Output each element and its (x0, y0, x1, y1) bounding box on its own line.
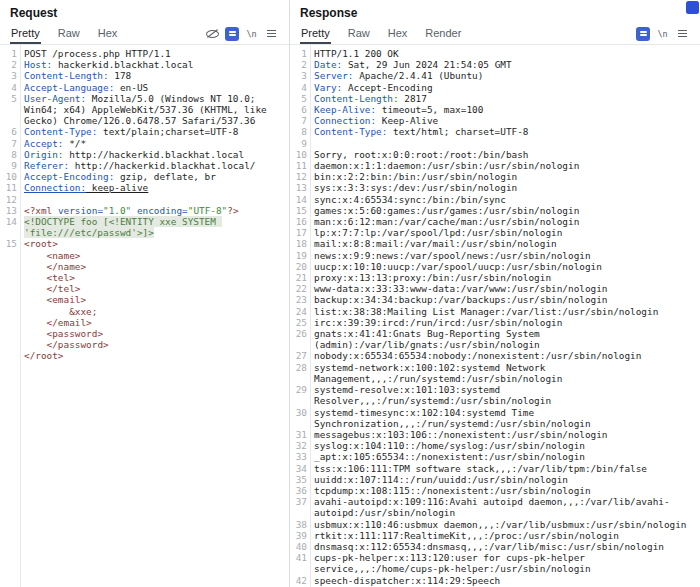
response-title: Response (300, 7, 690, 19)
line-number: 35 (290, 474, 307, 485)
line-number: 12 (290, 171, 307, 182)
code-line: </email> (0, 317, 289, 328)
code-line: 12bin:x:2:2:bin:/bin:/usr/sbin/nologin (290, 171, 700, 182)
line-content: _apt:x:105:65534::/nonexistent:/usr/sbin… (307, 451, 700, 462)
code-line: 36tcpdump:x:108:115::/nonexistent:/usr/s… (290, 485, 700, 496)
line-content: <name> (17, 250, 289, 261)
line-number: 17 (290, 227, 307, 238)
code-line: 10Sorry, root:x:0:0:root:/root:/bin/bash (290, 149, 700, 160)
line-content: <password> (17, 328, 289, 339)
code-line: 7Accept: */* (0, 138, 289, 149)
code-line: 13sys:x:3:3:sys:/dev:/usr/sbin/nologin (290, 182, 700, 193)
line-number: 7 (0, 138, 17, 149)
line-number: 34 (290, 463, 307, 474)
line-content: list:x:38:38:Mailing List Manager:/var/l… (307, 306, 700, 317)
line-content: usbmux:x:110:46:usbmux daemon,,,:/var/li… (307, 519, 700, 530)
code-line: 32syslog:x:104:110::/home/syslog:/usr/sb… (290, 440, 700, 451)
line-content: Accept-Language: en-US (17, 82, 289, 93)
line-content: POST /process.php HTTP/1.1 (17, 48, 289, 59)
code-line: 33_apt:x:105:65534::/nonexistent:/usr/sb… (290, 451, 700, 462)
code-line: 18mail:x:8:8:mail:/var/mail:/usr/sbin/no… (290, 238, 700, 249)
line-number: 23 (290, 294, 307, 305)
line-number: 26 (290, 328, 307, 339)
line-number: 41 (290, 552, 307, 563)
line-content: man:x:6:12:man:/var/cache/man:/usr/sbin/… (307, 216, 700, 227)
code-line: 10Accept-Encoding: gzip, deflate, br (0, 171, 289, 182)
tab-raw[interactable]: Raw (57, 24, 81, 44)
code-line: 11Connection: keep-alive (0, 182, 289, 193)
line-content: Content-Type: text/html; charset=UTF-8 (307, 126, 700, 137)
line-number: 28 (290, 362, 307, 373)
code-line: </tel> (0, 283, 289, 294)
tab-render[interactable]: Render (424, 24, 462, 44)
line-number: 29 (290, 384, 307, 395)
code-line: 1HTTP/1.1 200 OK (290, 48, 700, 59)
code-line: 6Content-Type: text/plain;charset=UTF-8 (0, 126, 289, 137)
response-toolbar: \n (636, 26, 690, 44)
line-content: sync:x:4:65534:sync:/bin:/bin/sync (307, 194, 700, 205)
code-line: 3Content-Length: 178 (0, 70, 289, 81)
tab-pretty[interactable]: Pretty (300, 24, 331, 44)
tab-raw[interactable]: Raw (347, 24, 371, 44)
highlight-toggle-icon[interactable] (636, 27, 650, 41)
line-number: 9 (0, 160, 17, 171)
code-line: 5Content-Length: 2817 (290, 93, 700, 104)
line-content: www-data:x:33:33:www-data:/var/www:/usr/… (307, 283, 700, 294)
line-content: dnsmasq:x:112:65534:dnsmasq,,,:/var/lib/… (307, 541, 700, 552)
tab-pretty[interactable]: Pretty (10, 24, 41, 44)
code-line: </name> (0, 261, 289, 272)
response-tabbar: PrettyRawHexRender \n (290, 22, 700, 45)
line-number: 7 (290, 115, 307, 126)
line-content: avahi-autoipd:x:109:116:Avahi autoipd da… (307, 496, 700, 518)
line-content: Sorry, root:x:0:0:root:/root:/bin/bash (307, 149, 700, 160)
line-number: 25 (290, 317, 307, 328)
code-line: 26gnats:x:41:41:Gnats Bug-Reporting Syst… (290, 328, 700, 350)
code-line: 16man:x:6:12:man:/var/cache/man:/usr/sbi… (290, 216, 700, 227)
line-content: syslog:x:104:110::/home/syslog:/usr/sbin… (307, 440, 700, 451)
code-line: 24list:x:38:38:Mailing List Manager:/var… (290, 306, 700, 317)
line-number: 42 (290, 575, 307, 586)
code-line: 5User-Agent: Mozilla/5.0 (Windows NT 10.… (0, 93, 289, 127)
code-line: <tel> (0, 272, 289, 283)
line-content: Accept-Encoding: gzip, deflate, br (17, 171, 289, 182)
corner-app-icon[interactable] (686, 1, 699, 14)
code-line: <name> (0, 250, 289, 261)
line-number: 40 (290, 541, 307, 552)
line-number: 10 (0, 171, 17, 182)
code-line: 9Referer: http://hackerkid.blackhat.loca… (0, 160, 289, 171)
tab-hex[interactable]: Hex (387, 24, 409, 44)
line-number: 38 (290, 519, 307, 530)
response-editor[interactable]: 1HTTP/1.1 200 OK2Date: Sat, 29 Jun 2024 … (290, 45, 700, 587)
wrap-lines-icon[interactable] (675, 26, 690, 41)
code-line: 9 (290, 138, 700, 149)
line-content: backup:x:34:34:backup:/var/backups:/usr/… (307, 294, 700, 305)
code-line: 31messagebus:x:103:106::/nonexistent:/us… (290, 429, 700, 440)
line-number: 2 (0, 59, 17, 70)
line-number: 15 (0, 238, 17, 249)
visibility-off-icon[interactable] (205, 26, 220, 41)
line-number: 37 (290, 496, 307, 507)
line-number: 14 (290, 194, 307, 205)
response-panel: Response PrettyRawHexRender \n 1HTTP/1.1… (290, 0, 700, 587)
line-content: Host: hackerkid.blackhat.local (17, 59, 289, 70)
newline-icon[interactable]: \n (655, 26, 670, 41)
tab-hex[interactable]: Hex (97, 24, 119, 44)
line-number: 14 (0, 216, 17, 227)
line-content (17, 194, 289, 205)
code-line: 8Origin: http://hackerkid.blackhat.local (0, 149, 289, 160)
line-content: Connection: keep-alive (17, 182, 289, 193)
line-content: systemd-network:x:100:102:systemd Networ… (307, 362, 700, 384)
line-number: 33 (290, 451, 307, 462)
wrap-lines-icon[interactable] (264, 26, 279, 41)
line-content: </name> (17, 261, 289, 272)
code-line: 2Date: Sat, 29 Jun 2024 21:54:05 GMT (290, 59, 700, 70)
newline-icon[interactable]: \n (244, 26, 259, 41)
highlight-toggle-icon[interactable] (225, 27, 239, 41)
line-number: 8 (290, 126, 307, 137)
line-content: uucp:x:10:10:uucp:/var/spool/uucp:/usr/s… (307, 261, 700, 272)
line-content: HTTP/1.1 200 OK (307, 48, 700, 59)
request-editor[interactable]: 1POST /process.php HTTP/1.12Host: hacker… (0, 45, 289, 587)
line-number: 5 (290, 93, 307, 104)
code-line: 38usbmux:x:110:46:usbmux daemon,,,:/var/… (290, 519, 700, 530)
line-content: mail:x:8:8:mail:/var/mail:/usr/sbin/nolo… (307, 238, 700, 249)
